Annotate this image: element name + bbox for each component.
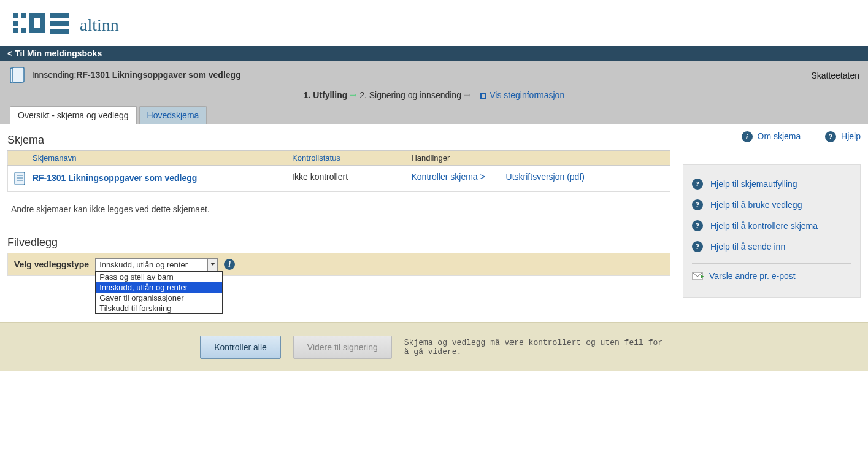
note-text: Andre skjemaer kan ikke legges ved dette… (7, 192, 670, 218)
svg-rect-9 (50, 13, 69, 18)
step-indicator: 1. Utfylling ➞ 2. Signering og innsendin… (9, 89, 859, 106)
attachment-type-label: Velg vedleggstype (14, 259, 89, 269)
svg-rect-2 (13, 21, 18, 26)
skjema-heading: Skjema (7, 134, 670, 147)
help-icon (692, 220, 703, 231)
check-form-link[interactable]: Kontroller skjema > (411, 172, 485, 182)
svg-text:altinn: altinn (80, 15, 119, 34)
tab-overview[interactable]: Oversikt - skjema og vedlegg (10, 106, 137, 124)
step-1: 1. Utfylling (304, 90, 348, 100)
svg-rect-7 (40, 18, 45, 28)
print-version-link[interactable]: Utskriftsversjon (pdf) (506, 172, 585, 182)
status-cell: Ikke kontrollert (286, 166, 405, 192)
attachment-type-options: Pass og stell av barn Innskudd, utlån og… (95, 271, 223, 314)
help-link[interactable]: Hjelp (841, 131, 861, 141)
help-icon (692, 241, 703, 252)
top-nav: < Til Min meldingsboks (0, 46, 868, 61)
document-icon (9, 67, 26, 84)
help-submit-link[interactable]: Hjelp til å sende inn (710, 242, 785, 252)
tabs: Oversikt - skjema og vedlegg Hovedskjema (9, 106, 859, 124)
option-item[interactable]: Gaver til organisasjoner (96, 293, 222, 303)
table-row: RF-1301 Likningsoppgaver som vedlegg Ikk… (8, 166, 670, 192)
help-attachments-link[interactable]: Hjelp til å bruke vedlegg (710, 200, 802, 210)
svg-rect-5 (29, 13, 45, 18)
agency-label: Skatteetaten (811, 71, 859, 80)
svg-rect-4 (21, 28, 26, 33)
svg-rect-11 (50, 29, 69, 34)
arrow-right-icon: ➞ (464, 90, 471, 100)
skjema-table: Skjemanavn Kontrollstatus Handlinger (7, 150, 670, 192)
col-kontrollstatus[interactable]: Kontrollstatus (286, 151, 405, 166)
tab-main-form[interactable]: Hovedskjema (139, 106, 207, 124)
svg-rect-0 (13, 13, 18, 18)
help-check-link[interactable]: Hjelp til å kontrollere skjema (710, 221, 818, 231)
check-all-button[interactable]: Kontroller alle (200, 336, 281, 359)
info-icon[interactable] (224, 259, 235, 270)
help-icon (692, 179, 703, 190)
help-fill-link[interactable]: Hjelp til skjemautfylling (710, 179, 797, 189)
step-2: 2. Signering og innsending (359, 90, 461, 100)
col-skjemanavn[interactable]: Skjemanavn (8, 151, 286, 166)
next-to-signing-button[interactable]: Videre til signering (293, 336, 392, 359)
help-icon (692, 199, 703, 210)
chevron-down-icon (207, 259, 217, 271)
col-handlinger: Handlinger (405, 151, 670, 166)
filvedlegg-heading: Filvedlegg (7, 236, 670, 249)
footer-info-text: Skjema og vedlegg må være kontrollert og… (404, 338, 668, 356)
svg-rect-1 (21, 13, 26, 18)
footer-bar: Kontroller alle Videre til signering Skj… (0, 322, 868, 371)
altinn-logo: altinn (13, 28, 142, 37)
svg-rect-3 (13, 28, 18, 33)
page-header: Innsending:RF-1301 Likningsoppgaver som … (0, 61, 868, 124)
mail-icon (692, 272, 704, 280)
svg-rect-8 (29, 18, 34, 28)
arrow-right-icon: ➞ (350, 90, 357, 100)
logo-bar: altinn (0, 0, 868, 46)
svg-rect-6 (29, 28, 45, 33)
svg-rect-10 (50, 21, 69, 26)
svg-rect-15 (15, 172, 25, 185)
back-link[interactable]: < Til Min meldingsboks (7, 48, 102, 58)
option-item[interactable]: Innskudd, utlån og renter (96, 282, 222, 293)
attachment-type-bar: Velg vedleggstype Innskudd, utlån og ren… (7, 253, 670, 276)
option-item[interactable]: Pass og stell av barn (96, 272, 222, 282)
about-form-link[interactable]: Om skjema (758, 131, 801, 141)
notify-others-link[interactable]: Varsle andre pr. e-post (709, 271, 796, 281)
document-icon (14, 172, 25, 185)
help-panel: Hjelp til skjemautfylling Hjelp til å br… (683, 164, 861, 298)
option-item[interactable]: Tilskudd til forskning (96, 303, 222, 313)
form-name-link[interactable]: RF-1301 Likningsoppgaver som vedlegg (33, 173, 197, 183)
info-icon (742, 131, 753, 142)
page-title: Innsending:RF-1301 Likningsoppgaver som … (9, 67, 241, 84)
attachment-type-select[interactable]: Innskudd, utlån og renter Pass og stell … (95, 258, 218, 271)
show-step-info-link[interactable]: Vis steginformasjon (490, 90, 564, 100)
svg-rect-14 (13, 67, 24, 82)
help-icon (825, 131, 836, 142)
toggle-step-info-icon (480, 93, 486, 99)
